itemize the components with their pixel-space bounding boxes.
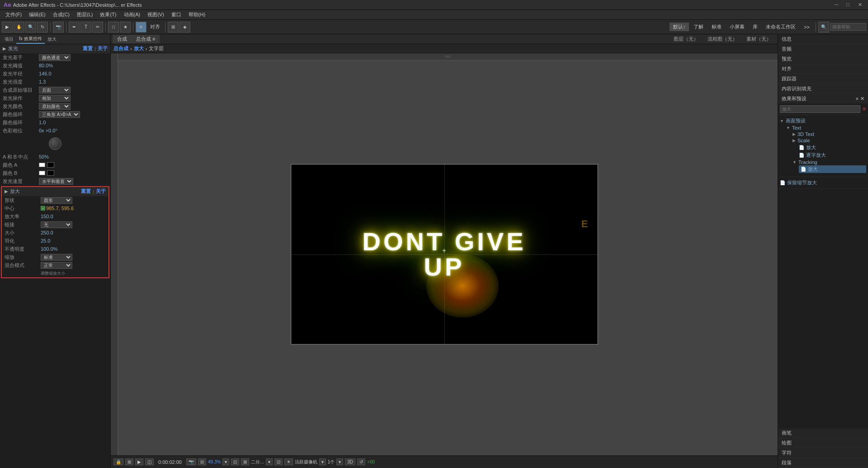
camera-dropdown[interactable]: ▾	[319, 459, 326, 465]
tab-composition[interactable]: 合成	[113, 35, 132, 43]
pixel-aspect-btn[interactable]: ⊡	[274, 459, 283, 465]
glow-about[interactable]: 关于	[98, 45, 108, 52]
ab-midpoint-val[interactable]: 50%	[39, 154, 108, 159]
color-b-black-swatch[interactable]	[47, 170, 54, 176]
tree-tracking-folder[interactable]: ▼ Tracking	[793, 159, 866, 165]
tree-char-magnify[interactable]: 📄 逐字放大	[799, 151, 866, 159]
brush-tool[interactable]: ✏	[92, 22, 103, 33]
zoom-level[interactable]: 49.3%	[208, 459, 221, 464]
glow-composite-select[interactable]: 后面	[39, 87, 71, 94]
lock-btn[interactable]: 🔒	[113, 459, 123, 465]
menu-view[interactable]: 视图(V)	[144, 10, 168, 19]
scale-select[interactable]: 标准	[41, 254, 72, 261]
tracker-header[interactable]: 跟踪器	[778, 74, 868, 84]
align-header[interactable]: 对齐	[778, 64, 868, 74]
search-btn[interactable]: 🔍	[818, 22, 829, 33]
pen-tool[interactable]: ✒	[69, 22, 80, 33]
text-tool[interactable]: T	[80, 22, 91, 33]
rotate-tool[interactable]: ↻	[37, 22, 48, 33]
camera-icon[interactable]: 📷	[186, 459, 196, 465]
align-btn[interactable]: ≡	[136, 22, 146, 33]
workspace-learn[interactable]: 了解	[690, 23, 707, 31]
quality-label[interactable]: 二分...	[251, 459, 264, 465]
menu-layer[interactable]: 图层(L)	[73, 10, 96, 19]
tree-3dtext-folder[interactable]: ▶ 3D Text	[793, 131, 866, 137]
breadcrumb-magnify[interactable]: 放大	[134, 45, 144, 52]
menu-edit[interactable]: 编辑(E)	[25, 10, 49, 19]
blend-mode-select[interactable]: 正常	[41, 262, 72, 269]
search-input[interactable]	[830, 23, 866, 31]
star-tool[interactable]: ★	[120, 22, 131, 33]
breadcrumb-total[interactable]: 总合成	[113, 45, 128, 52]
character-header[interactable]: 字符	[778, 448, 868, 458]
phase-dial[interactable]	[49, 137, 61, 150]
viewer-options-btn[interactable]: ◫	[145, 459, 154, 465]
magnify-rate-val[interactable]: 150.0	[41, 214, 106, 219]
project-tab[interactable]: 项目	[2, 35, 16, 43]
effects-search-clear[interactable]: ✕	[862, 106, 866, 112]
window-controls[interactable]: ─ □ ✕	[835, 2, 864, 8]
playback-btn[interactable]: ▶	[135, 459, 143, 465]
glow-reset[interactable]: 重置	[83, 45, 93, 52]
glow-op-select[interactable]: 相加	[39, 95, 71, 102]
gradient-dir-select[interactable]: 水平和垂直	[39, 178, 73, 185]
workspace-more[interactable]: >>	[800, 23, 813, 31]
close-button[interactable]: ✕	[858, 2, 864, 8]
workspace-small[interactable]: 小屏幕	[726, 23, 748, 31]
color-a-swatch[interactable]	[39, 163, 45, 167]
minimize-button[interactable]: ─	[835, 2, 841, 8]
info-header[interactable]: 信息	[778, 34, 868, 44]
effects-presets-header[interactable]: 效果和预设 ≡ ✕	[778, 94, 868, 103]
grid-btn[interactable]: ⊞	[125, 459, 133, 465]
reset-exposure-btn[interactable]: ↺	[357, 459, 365, 465]
shape-select[interactable]: 圆形	[41, 197, 72, 204]
workspace-unnamed[interactable]: 未命名工作区	[762, 23, 799, 31]
snapping-btn[interactable]: ⊞	[168, 22, 179, 33]
menu-composition[interactable]: 合成(C)	[49, 10, 73, 19]
link-select[interactable]: 无	[41, 221, 72, 228]
color-loop-val[interactable]: 1.0	[39, 120, 108, 125]
color-a-black-swatch[interactable]	[47, 162, 54, 168]
composition-btn[interactable]: ⊡	[231, 459, 239, 465]
glow-color-select[interactable]: 原始颜色	[39, 103, 71, 110]
effects-presets-close[interactable]: ✕	[860, 96, 864, 102]
views-dropdown[interactable]: ▾	[336, 459, 343, 465]
menu-effect[interactable]: 效果(T)	[96, 10, 120, 19]
workspace-standard[interactable]: 标准	[708, 23, 725, 31]
workspace-default[interactable]: 默认↑	[670, 23, 689, 31]
menu-window[interactable]: 窗口	[168, 10, 185, 19]
frame-btn[interactable]: ⊟	[198, 459, 206, 465]
color-loop-select[interactable]: 三角形 A>B>A	[39, 111, 80, 118]
effects-tab[interactable]: fx 效果控件	[16, 35, 45, 44]
zoom-tool[interactable]: 🔍	[25, 22, 36, 33]
exposure-btn[interactable]: ☀	[284, 459, 293, 465]
glow-intensity-val[interactable]: 1.3	[39, 79, 108, 84]
tree-magnify1[interactable]: 📄 放大	[799, 144, 866, 151]
magnify-expand[interactable]: ▶	[5, 189, 8, 194]
glow-threshold-val[interactable]: 80.0%	[39, 63, 108, 68]
tab-layer[interactable]: 图层（无）	[669, 35, 703, 43]
tab-total-comp[interactable]: 总合成 ≡	[132, 35, 160, 43]
menu-animation[interactable]: 动画(A)	[120, 10, 144, 19]
drawing-header[interactable]: 绘图	[778, 438, 868, 448]
content-aware-header[interactable]: 内容识别填充	[778, 84, 868, 94]
magnify-about[interactable]: 关于	[96, 188, 106, 195]
quality-dropdown[interactable]: ▾	[266, 459, 273, 465]
tree-tracking-magnify[interactable]: 📄 放大	[799, 165, 866, 173]
color-b-swatch[interactable]	[39, 171, 45, 175]
timecode[interactable]: 0:00:02:00	[158, 459, 182, 465]
select-tool[interactable]: ▶	[2, 22, 13, 33]
effects-presets-menu[interactable]: ≡	[856, 96, 859, 101]
3d-btn[interactable]: 3D	[345, 459, 355, 465]
center-crosshair-icon[interactable]: +	[41, 206, 45, 211]
camera-tool[interactable]: 📷	[53, 22, 64, 33]
feather-val[interactable]: 25.0	[41, 238, 106, 243]
workspace-library[interactable]: 库	[749, 23, 761, 31]
hand-tool[interactable]: ✋	[14, 22, 24, 33]
zoom-dropdown-btn[interactable]: ▾	[222, 459, 229, 465]
tab-flowchart[interactable]: 流程图（无）	[703, 35, 742, 43]
tree-scale-folder[interactable]: ▶ Scale	[793, 137, 866, 144]
effects-search-input[interactable]	[780, 105, 860, 113]
size-val[interactable]: 250.0	[41, 230, 106, 235]
tree-text-folder[interactable]: ▼ Text	[786, 125, 866, 131]
